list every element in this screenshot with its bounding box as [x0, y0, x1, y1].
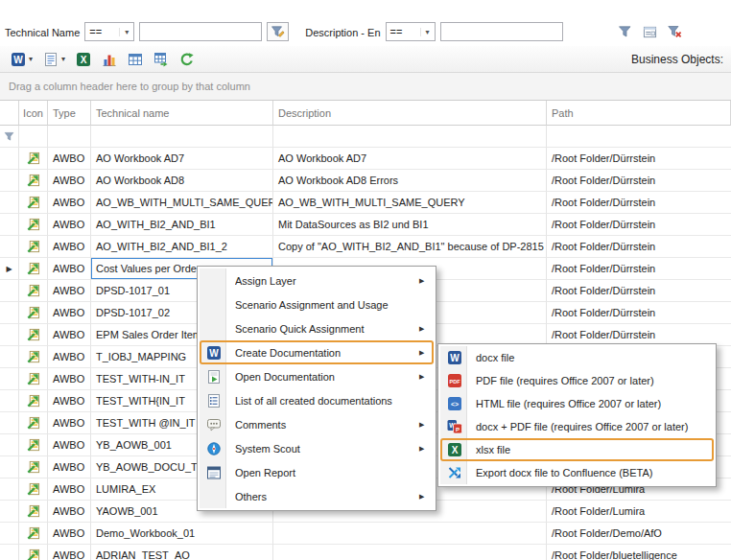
cell-type[interactable]: AWBO [48, 236, 91, 258]
cell-icon[interactable] [19, 412, 48, 434]
cell-icon[interactable] [19, 523, 48, 545]
cell-type[interactable]: AWBO [48, 280, 91, 302]
cell-type[interactable]: AWBO [48, 258, 91, 280]
cell-icon[interactable] [19, 170, 48, 192]
filter-cell-icon[interactable] [19, 126, 48, 148]
cell-type[interactable]: AWBO [48, 368, 91, 390]
row-indicator[interactable] [0, 170, 19, 192]
apply-filter-button[interactable] [613, 22, 636, 41]
cell-icon[interactable] [19, 324, 48, 346]
cell-technical-name[interactable]: AO_WITH_BI2_AND_BI1 [91, 214, 273, 236]
cell-type[interactable]: AWBO [48, 412, 91, 434]
row-indicator[interactable] [0, 324, 19, 346]
cell-icon[interactable] [19, 501, 48, 523]
row-indicator[interactable] [0, 236, 19, 258]
filter-editor-button[interactable] [638, 22, 661, 41]
group-by-panel[interactable]: Drag a column header here to group by th… [0, 73, 731, 101]
chart-button[interactable] [99, 49, 120, 70]
cell-type[interactable]: AWBO [48, 170, 91, 192]
table-row[interactable]: AWBOAO_WITH_BI2_AND_BI1Mit DataSources a… [0, 214, 731, 236]
cell-description[interactable]: Mit DataSources as BI2 und BI1 [273, 214, 547, 236]
auto-filter-row[interactable] [0, 126, 731, 148]
cell-type[interactable]: AWBO [48, 214, 91, 236]
row-indicator[interactable] [0, 456, 19, 478]
menu-item-html-file-requires-office-2007-or-later[interactable]: <>HTML file (requires Office 2007 or lat… [440, 392, 714, 415]
filter-cell-type[interactable] [48, 126, 91, 148]
row-indicator[interactable]: ▶ [0, 258, 19, 280]
cell-path[interactable]: /Root Folder/Dürrstein [547, 192, 731, 214]
cell-technical-name[interactable]: AO Workbook AD8 [91, 170, 273, 192]
technical-name-operator-select[interactable]: == ▾ [84, 22, 134, 41]
menu-item-comments[interactable]: Comments▶ [200, 412, 434, 436]
menu-item-export-docx-file-to-confluence-beta[interactable]: Export docx file to Confluence (BETA) [440, 461, 714, 484]
cell-description[interactable]: AO Workbook AD8 Errors [273, 170, 547, 192]
copy-grid-button[interactable] [125, 49, 146, 70]
cell-description[interactable]: AO Workbook AD7 [273, 148, 547, 170]
cell-icon[interactable] [19, 434, 48, 456]
cell-icon[interactable] [19, 280, 48, 302]
menu-item-xlsx-file[interactable]: Xxlsx file [440, 438, 714, 461]
cell-icon[interactable] [19, 456, 48, 478]
cell-path[interactable]: /Root Folder/Dürrstein [547, 302, 731, 324]
menu-item-docx-pdf-file-requires-office-2007-or-later[interactable]: WPdocx + PDF file (requires Office 2007 … [440, 415, 714, 438]
cell-type[interactable]: AWBO [48, 478, 91, 501]
cell-icon[interactable] [19, 214, 48, 236]
create-docx-documentation-button[interactable]: W ▾ [8, 49, 35, 70]
description-filter-input[interactable] [440, 22, 563, 41]
cell-icon[interactable] [19, 302, 48, 324]
row-indicator[interactable] [0, 346, 19, 368]
table-row[interactable]: AWBOADRIAN_TEST_AO/Root Folder/bluetelli… [0, 545, 731, 560]
cell-type[interactable]: AWBO [48, 324, 91, 346]
row-indicator[interactable] [0, 280, 19, 302]
cell-type[interactable]: AWBO [48, 434, 91, 456]
column-header-description[interactable]: Description [273, 101, 547, 126]
technical-name-filter-input[interactable] [139, 22, 262, 41]
menu-item-open-report[interactable]: Open Report [200, 460, 434, 484]
row-indicator[interactable] [0, 501, 19, 523]
cell-type[interactable]: AWBO [48, 192, 91, 214]
cell-technical-name[interactable]: AO Workbook AD7 [91, 148, 273, 170]
cell-type[interactable]: AWBO [48, 302, 91, 324]
menu-item-others[interactable]: Others▶ [200, 484, 434, 508]
row-indicator[interactable] [0, 302, 19, 324]
cell-icon[interactable] [19, 390, 48, 412]
cell-path[interactable]: /Root Folder/Dürrstein [547, 258, 731, 280]
column-header-technical-name[interactable]: Technical name [91, 101, 273, 126]
cell-type[interactable]: AWBO [48, 523, 91, 545]
cell-description[interactable] [273, 523, 547, 545]
menu-item-list-of-all-created-documentations[interactable]: List of all created documentations [200, 388, 434, 412]
open-documentation-toolbar-button[interactable]: ▾ [40, 49, 68, 70]
cell-technical-name[interactable]: AO_WB_WITH_MULTI_SAME_QUERY [91, 192, 273, 214]
column-header-path[interactable]: Path [547, 101, 731, 126]
cell-icon[interactable] [19, 236, 48, 258]
cell-technical-name[interactable]: Demo_Workbook_01 [91, 523, 273, 545]
cell-type[interactable]: AWBO [48, 545, 91, 560]
cell-icon[interactable] [19, 192, 48, 214]
filter-cell-technical-name[interactable] [91, 126, 273, 148]
cell-path[interactable]: /Root Folder/Dürrstein [547, 214, 731, 236]
row-indicator[interactable] [0, 148, 19, 170]
row-indicator[interactable] [0, 192, 19, 214]
row-indicator[interactable] [0, 478, 19, 501]
menu-item-assign-layer[interactable]: Assign Layer▶ [200, 268, 434, 292]
cell-path[interactable]: /Root Folder/bluetelligence [547, 545, 731, 560]
cell-description[interactable]: AO_WB_WITH_MULTI_SAME_QUERY [273, 192, 547, 214]
row-indicator[interactable] [0, 412, 19, 434]
cell-type[interactable]: AWBO [48, 456, 91, 478]
table-row[interactable]: AWBODemo_Workbook_01/Root Folder/Demo/Af… [0, 523, 731, 545]
cell-icon[interactable] [19, 545, 48, 560]
refresh-button[interactable] [177, 49, 198, 70]
row-indicator[interactable] [0, 390, 19, 412]
cell-path[interactable]: /Root Folder/Dürrstein [547, 148, 731, 170]
description-operator-select[interactable]: == ▾ [386, 22, 436, 41]
cell-type[interactable]: AWBO [48, 148, 91, 170]
cell-icon[interactable] [19, 346, 48, 368]
cell-description[interactable] [273, 545, 547, 560]
cell-type[interactable]: AWBO [48, 501, 91, 523]
cell-icon[interactable] [19, 478, 48, 501]
filter-cell-description[interactable] [273, 126, 547, 148]
column-header-icon[interactable]: Icon [19, 101, 48, 126]
row-indicator[interactable] [0, 523, 19, 545]
table-row[interactable]: AWBOAO_WITH_BI2_AND_BI1_2Copy of "AO_WIT… [0, 236, 731, 258]
cell-description[interactable]: Copy of "AO_WITH_BI2_AND_BI1" because of… [273, 236, 547, 258]
